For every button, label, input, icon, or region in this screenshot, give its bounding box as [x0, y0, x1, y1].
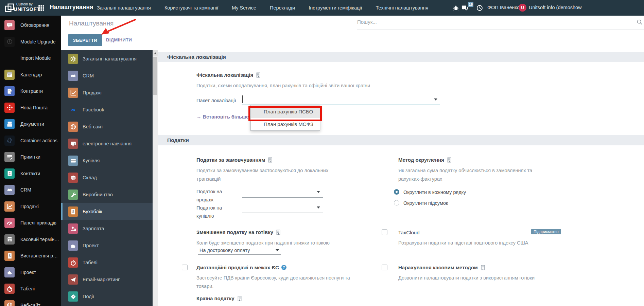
- select-caret-icon: [276, 249, 279, 251]
- arrow-right-icon: →: [196, 114, 203, 120]
- help-question-icon[interactable]: ?: [281, 265, 286, 270]
- search-input[interactable]: Пошук...: [357, 16, 644, 30]
- app-item-crm[interactable]: CRM: [0, 182, 61, 198]
- app-item-sales[interactable]: Продажі: [0, 198, 61, 215]
- container-actions-icon: [4, 136, 15, 146]
- menu-my-service[interactable]: My Service: [232, 5, 256, 11]
- avatar[interactable]: U: [519, 4, 526, 12]
- dropdown-option-psbo[interactable]: План рахунків ПСБО: [251, 105, 320, 118]
- radio-round-globally[interactable]: [394, 200, 399, 205]
- cash-basis-title: Нарахування касовим методом: [398, 265, 486, 270]
- scrollbar-thumb[interactable]: [153, 57, 157, 95]
- settings-item-project[interactable]: Проект: [61, 237, 153, 254]
- localization-package-label: Пакет локалізації: [196, 96, 236, 105]
- apps-grid-icon[interactable]: [38, 5, 45, 11]
- purchase-icon: [68, 156, 78, 166]
- app-item-calendar[interactable]: Календар: [0, 67, 61, 83]
- user-menu[interactable]: Unitsoft info (demoshow: [529, 5, 582, 10]
- menu-users-companies[interactable]: Користувачі та компанії: [164, 5, 218, 11]
- settings-item-crm[interactable]: CRM: [61, 67, 153, 84]
- pos-icon: [4, 234, 15, 245]
- app-item-website[interactable]: Веб-сайт: [0, 297, 61, 306]
- radio-round-per-line[interactable]: [394, 189, 399, 195]
- website-icon: [68, 122, 78, 132]
- app-item-contracts[interactable]: Контракти: [0, 83, 61, 100]
- settings-item-elearning[interactable]: електронне навчання: [61, 135, 153, 152]
- app-item-module-upgrade[interactable]: Module Upgrade: [0, 34, 61, 50]
- dashboards-icon: [4, 218, 15, 228]
- settings-item-email-marketing[interactable]: Email-маркетинг: [61, 271, 153, 288]
- debug-bug-icon[interactable]: [453, 5, 459, 11]
- fiscal-localization-desc: Податки, схеми оподаткування, план рахун…: [196, 82, 370, 90]
- app-item-nova-poshta[interactable]: Нова Пошта: [0, 100, 61, 116]
- settings-item-website[interactable]: Веб-сайт: [61, 118, 153, 135]
- menu-translations[interactable]: Переклади: [270, 5, 295, 11]
- fiscal-localization-title: Фіскальна локалізація: [196, 72, 261, 78]
- enterprise-building-icon: [267, 157, 273, 163]
- eu-sales-checkbox[interactable]: [182, 265, 188, 270]
- timesheets-icon: [68, 257, 78, 268]
- current-app-title[interactable]: Налаштування: [50, 4, 93, 11]
- app-item-timesheets[interactable]: Табелі: [0, 281, 61, 297]
- sales-icon: [68, 88, 78, 98]
- enterprise-building-icon: [237, 296, 242, 301]
- cash-basis-checkbox[interactable]: [382, 265, 387, 270]
- enterprise-building-icon: [480, 265, 486, 270]
- settings-item-timesheets[interactable]: Табелі: [61, 254, 153, 271]
- menu-general-settings[interactable]: Загальні налаштування: [97, 5, 151, 11]
- settings-item-facebook[interactable]: ∞ Facebook: [61, 101, 153, 118]
- localization-dropdown-menu: План рахунків ПСБО План рахунків МСФЗ: [250, 105, 320, 131]
- messages-icon[interactable]: [461, 5, 468, 11]
- discard-button[interactable]: ВІДМІНИТИ: [106, 37, 132, 42]
- app-item-import-module[interactable]: Import Module: [0, 50, 61, 67]
- facebook-icon: ∞: [68, 105, 78, 115]
- taxcloud-checkbox[interactable]: [382, 229, 387, 235]
- company-switcher[interactable]: ФОП Іваненко: [487, 5, 520, 10]
- eu-sales-desc: Застосуйте ПДВ країни Євросоюзу, куди до…: [196, 274, 356, 291]
- enterprise-building-icon: [447, 157, 452, 163]
- sale-tax-input[interactable]: [242, 197, 323, 198]
- activities-clock-icon[interactable]: [476, 5, 483, 11]
- radio-round-globally-label[interactable]: Округлити підсумок: [403, 200, 448, 206]
- settings-item-inventory[interactable]: Склад: [61, 169, 153, 186]
- settings-item-accounting[interactable]: $ Бухоблік: [61, 203, 153, 220]
- package-dropdown-caret-icon[interactable]: [434, 98, 437, 101]
- purchase-tax-caret-icon[interactable]: [317, 206, 320, 209]
- content-scrollbar[interactable]: [153, 50, 158, 306]
- settings-item-events[interactable]: Події: [61, 288, 153, 305]
- scrollbar-up-arrow[interactable]: [153, 50, 158, 56]
- cash-discount-select[interactable]: На дострокову оплату: [198, 246, 281, 255]
- app-item-pos[interactable]: Касовий термінал: [0, 231, 61, 248]
- app-item-dashboards[interactable]: Панелі приладів: [0, 215, 61, 231]
- app-item-documents[interactable]: Документи: [0, 116, 61, 132]
- settings-item-payroll[interactable]: $ Зарплата: [61, 220, 153, 237]
- settings-item-manufacturing[interactable]: Виробництво: [61, 186, 153, 203]
- sale-tax-caret-icon[interactable]: [317, 191, 320, 193]
- section-header-fiscal-localization: Фіскальна локалізація: [158, 52, 644, 62]
- menu-gamification-tools[interactable]: Інструменти геміфікації: [309, 5, 362, 11]
- app-item-invoicing[interactable]: $ Виставлення рахунків: [0, 248, 61, 264]
- radio-round-per-line-label[interactable]: Округлити в кожному рядку: [403, 190, 466, 195]
- setting-box-border: [191, 71, 191, 107]
- app-sidebar: Обговорення Module Upgrade Import Module…: [0, 16, 61, 306]
- app-item-contacts[interactable]: Контакти: [0, 165, 61, 182]
- taxcloud-desc: Розрахувати податки на підставі поштовог…: [398, 239, 528, 247]
- settings-item-sales[interactable]: Продажі: [61, 84, 153, 101]
- settings-item-general-settings[interactable]: Загальні налаштування: [61, 50, 153, 67]
- breadcrumb[interactable]: Налаштування: [69, 20, 114, 27]
- default-taxes-desc: Податки за замовчуванням застосовуються …: [196, 166, 336, 183]
- crm-icon: [68, 71, 78, 81]
- events-icon: [68, 291, 78, 302]
- save-button[interactable]: ЗБЕРЕГТИ: [68, 34, 102, 46]
- app-item-notes[interactable]: Примітки: [0, 149, 61, 165]
- search-icon[interactable]: [637, 19, 643, 25]
- dropdown-option-msfz[interactable]: План рахунків МСФЗ: [251, 118, 320, 130]
- menu-technical-settings[interactable]: Технічні налаштування: [376, 5, 429, 11]
- app-item-project[interactable]: Проект: [0, 264, 61, 281]
- purchase-tax-input[interactable]: [242, 213, 323, 213]
- settings-item-purchase[interactable]: Купівля: [61, 152, 153, 169]
- logo-custom-by: Custom by: [16, 2, 33, 6]
- app-item-discuss[interactable]: Обговорення: [0, 17, 61, 34]
- calendar-icon: [4, 70, 15, 80]
- app-item-container-actions[interactable]: Container actions: [0, 132, 61, 149]
